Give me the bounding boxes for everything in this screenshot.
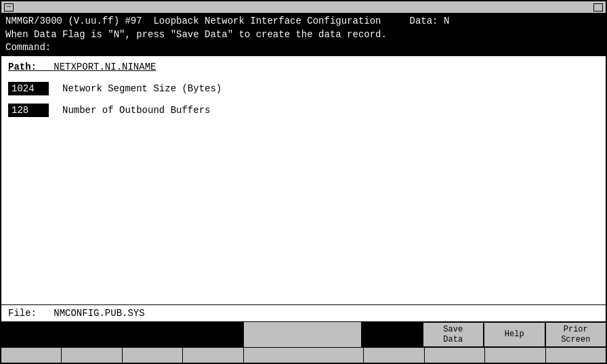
f2-button[interactable] [62,322,123,347]
button-row-bottom [1,348,606,363]
f5-bottom [244,348,364,363]
f7-bottom [425,348,485,363]
file-value: NMCONFIG.PUB.SYS [54,308,144,319]
button-area: SaveData Help PriorScreen [1,321,606,363]
f4-bottom [183,348,243,363]
path-label: Path: [8,62,37,72]
f3-bottom [123,348,183,363]
outbound-buffers-label: Number of Outbound Buffers [62,105,210,116]
file-label: File: [8,308,37,319]
help-button[interactable]: Help [484,322,545,347]
network-segment-size-input[interactable]: 1024 [8,82,49,95]
f5-spacer [244,322,362,347]
field-row-0: 1024 Network Segment Size (Bytes) [8,82,599,95]
save-data-button[interactable]: SaveData [423,322,484,347]
f6-bottom [364,348,424,363]
f2-bottom [62,348,122,363]
main-area: Path: NETXPORT.NI.NINAME 1024 Network Se… [1,56,606,304]
restore-button[interactable] [593,3,603,12]
button-row-top: SaveData Help PriorScreen [1,322,606,348]
title-bar-left: ─ [4,3,14,12]
system-menu-icon[interactable]: ─ [4,3,14,12]
title-bar: ─ [1,1,606,14]
network-segment-size-label: Network Segment Size (Bytes) [62,83,222,94]
f4-button[interactable] [184,322,245,347]
field-row-1: 128 Number of Outbound Buffers [8,104,599,117]
f9-bottom [546,348,606,363]
header-line3: Command: [5,41,602,55]
header-line2: When Data Flag is "N", press "Save Data"… [5,28,602,42]
outbound-buffers-input[interactable]: 128 [8,104,49,117]
path-line: Path: NETXPORT.NI.NINAME [8,62,599,72]
header-line1: NMMGR/3000 (V.uu.ff) #97 Loopback Networ… [5,15,602,28]
f1-bottom [1,348,62,363]
header-bar: NMMGR/3000 (V.uu.ff) #97 Loopback Networ… [1,14,606,56]
window-content: NMMGR/3000 (V.uu.ff) #97 Loopback Networ… [1,14,606,363]
main-window: ─ NMMGR/3000 (V.uu.ff) #97 Loopback Netw… [0,0,607,364]
footer-bar: File: NMCONFIG.PUB.SYS [1,304,606,321]
f1-button[interactable] [1,322,62,347]
f8-bottom [485,348,545,363]
f3-button[interactable] [123,322,184,347]
f6-button[interactable] [362,322,423,347]
prior-screen-button[interactable]: PriorScreen [545,322,606,347]
path-value: NETXPORT.NI.NINAME [54,62,156,72]
